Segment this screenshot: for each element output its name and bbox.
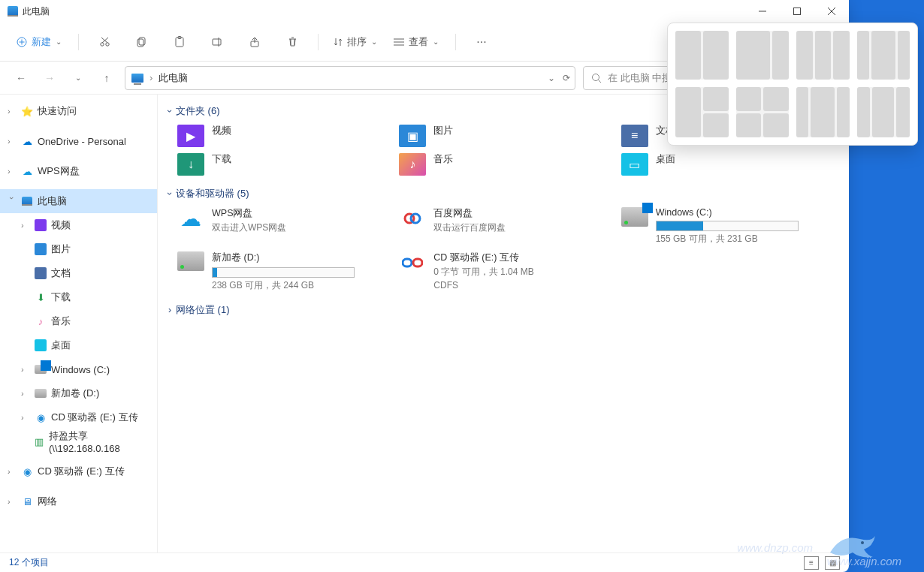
snap-layout-sixth[interactable] — [857, 87, 910, 138]
titlebar-left: 此电脑 — [8, 5, 50, 18]
more-button[interactable]: ··· — [467, 30, 497, 54]
device-baidu[interactable]: 百度网盘双击运行百度网盘 — [399, 207, 613, 245]
chevron-down-icon[interactable]: ⌄ — [548, 73, 555, 83]
maximize-button[interactable] — [780, 0, 814, 23]
sidebar-videos[interactable]: ›视频 — [0, 213, 157, 237]
status-bar: 12 个项目 ≡ ▦ — [0, 552, 849, 572]
cloud-icon: ☁ — [21, 165, 33, 177]
sidebar-music[interactable]: ›♪音乐 — [0, 309, 157, 333]
group-netloc[interactable]: ›网络位置 (1) — [161, 300, 843, 321]
share-button[interactable] — [240, 30, 270, 54]
separator — [455, 34, 456, 50]
folder-downloads[interactable]: ↓下载 — [177, 153, 391, 176]
document-icon — [35, 267, 47, 279]
svg-rect-26 — [413, 259, 422, 266]
new-label: 新建 — [32, 35, 51, 49]
svg-point-24 — [411, 214, 420, 223]
view-button[interactable]: 查看 ⌄ — [389, 35, 443, 49]
watermark-2: www.dnzp.com — [737, 541, 813, 554]
cloud-icon: ☁ — [177, 207, 204, 230]
chevron-down-icon: ⌄ — [371, 38, 377, 46]
sidebar-downloads[interactable]: ›⬇下载 — [0, 285, 157, 309]
sidebar-drive-e-dup[interactable]: ›◉CD 驱动器 (E:) 互传 — [0, 459, 157, 483]
snap-layout-twothirds[interactable] — [736, 31, 790, 80]
rename-button[interactable] — [202, 30, 232, 54]
titlebar: 此电脑 — [0, 0, 849, 23]
folder-videos[interactable]: ▶视频 — [177, 125, 391, 147]
snap-layout-wide-thirds[interactable] — [857, 31, 910, 80]
scissors-icon — [99, 36, 110, 47]
chevron-right-icon: › — [168, 305, 171, 315]
forward-button[interactable]: → — [39, 68, 60, 89]
separator — [318, 34, 319, 50]
sidebar-drive-d[interactable]: ›新加卷 (D:) — [0, 381, 157, 405]
picture-icon — [35, 243, 47, 255]
sidebar-documents[interactable]: ›文档 — [0, 261, 157, 285]
snap-layout-tri[interactable] — [675, 87, 729, 138]
video-folder-icon: ▶ — [177, 125, 204, 147]
address-bar[interactable]: › 此电脑 ⌄ ⟳ — [125, 66, 575, 90]
drive-icon — [621, 207, 648, 227]
breadcrumb-sep: › — [149, 72, 152, 83]
sidebar-drive-c[interactable]: ›Windows (C:) — [0, 357, 157, 381]
refresh-button[interactable]: ⟳ — [563, 73, 570, 83]
star-icon: ⭐ — [21, 105, 33, 117]
folder-desktop[interactable]: ▭桌面 — [621, 153, 835, 176]
svg-point-21 — [593, 74, 599, 80]
cloud-icon: ☁ — [21, 135, 33, 147]
minimize-button[interactable] — [745, 0, 780, 23]
device-drive-c[interactable]: Windows (C:) 155 GB 可用，共 231 GB — [621, 207, 835, 245]
capacity-bar — [212, 267, 355, 278]
copy-button[interactable] — [127, 30, 157, 54]
disc-icon: ◉ — [21, 465, 33, 477]
status-count: 12 个项目 — [9, 556, 49, 569]
capacity-bar — [656, 221, 799, 231]
snap-layout-quarter-thirds[interactable] — [796, 87, 850, 138]
paste-button[interactable] — [165, 30, 195, 54]
group-devices[interactable]: ›设备和驱动器 (5) — [161, 183, 843, 204]
back-button[interactable]: ← — [11, 68, 32, 89]
snap-layout-quad[interactable] — [736, 87, 790, 138]
body: ›⭐快速访问 ›☁OneDrive - Personal ›☁WPS网盘 ›此电… — [0, 95, 849, 552]
trash-icon — [288, 36, 297, 47]
history-dropdown[interactable]: ⌄ — [68, 68, 89, 89]
sidebar-drive-e[interactable]: ›◉CD 驱动器 (E:) 互传 — [0, 405, 157, 429]
sidebar-quick-access[interactable]: ›⭐快速访问 — [0, 99, 157, 123]
sidebar-thispc[interactable]: ›此电脑 — [0, 189, 157, 213]
details-view-button[interactable]: ≡ — [804, 556, 819, 570]
delete-button[interactable] — [277, 30, 307, 54]
svg-line-22 — [599, 80, 602, 83]
sidebar-netshare[interactable]: ›▥持盈共享 (\\192.168.0.168 — [0, 429, 157, 453]
link-icon — [399, 251, 426, 274]
window-controls — [745, 0, 849, 23]
breadcrumb-thispc[interactable]: 此电脑 — [159, 71, 188, 85]
plus-circle-icon — [17, 37, 27, 47]
cut-button[interactable] — [89, 30, 119, 54]
baidu-icon — [399, 207, 426, 230]
svg-rect-1 — [794, 8, 801, 15]
sidebar-desktop[interactable]: ›桌面 — [0, 333, 157, 357]
new-button[interactable]: 新建 ⌄ — [11, 32, 68, 52]
sidebar-pictures[interactable]: ›图片 — [0, 237, 157, 261]
sidebar-onedrive[interactable]: ›☁OneDrive - Personal — [0, 129, 157, 153]
svg-line-9 — [102, 38, 108, 43]
chevron-down-icon: › — [165, 192, 175, 195]
folder-music[interactable]: ♪音乐 — [399, 153, 613, 176]
sidebar-wps[interactable]: ›☁WPS网盘 — [0, 159, 157, 183]
copy-icon — [137, 37, 147, 47]
sidebar-network[interactable]: ›🖥网络 — [0, 489, 157, 513]
device-drive-e[interactable]: CD 驱动器 (E:) 互传 0 字节 可用，共 1.04 MB CDFS — [399, 251, 613, 292]
snap-layout-half[interactable] — [675, 31, 729, 80]
view-icon — [394, 38, 404, 47]
search-placeholder: 在 此电脑 中搜 — [608, 71, 672, 85]
desktop-icon — [35, 339, 47, 351]
sort-button[interactable]: 排序 ⌄ — [329, 35, 382, 49]
search-icon — [591, 73, 602, 83]
folder-pictures[interactable]: ▣图片 — [399, 125, 613, 147]
close-button[interactable] — [814, 0, 849, 23]
device-drive-d[interactable]: 新加卷 (D:) 238 GB 可用，共 244 GB — [177, 251, 391, 292]
up-button[interactable]: ↑ — [96, 68, 117, 89]
sort-label: 排序 — [347, 35, 367, 49]
snap-layout-thirds[interactable] — [796, 31, 850, 80]
device-wps[interactable]: ☁ WPS网盘双击进入WPS网盘 — [177, 207, 391, 245]
